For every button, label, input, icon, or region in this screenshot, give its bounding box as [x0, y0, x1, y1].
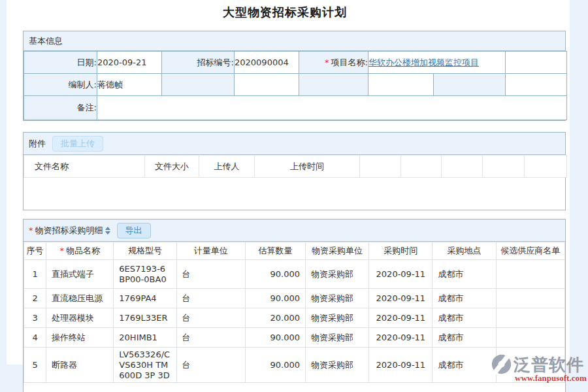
col-est-qty: 估算数量 [245, 242, 305, 260]
cell-model: 1769PA4 [114, 289, 176, 308]
attachments-header-row: 文件名称 文件大小 上传人 上传时间 [24, 155, 567, 178]
empty-label-cell [434, 74, 506, 96]
basic-info-section: 基本信息 日期: 2020-09-21 招标编号: 2020090004 *项目… [23, 31, 566, 121]
cell-item-name: 断路器 [46, 348, 114, 383]
form-row-remark: 备注: [24, 96, 567, 120]
attachments-empty-header-cell [401, 155, 442, 178]
empty-form-cell [506, 52, 567, 74]
detail-row: 2 直流稳压电源 1769PA4 台 90.000 物资采购部 2020-09-… [24, 289, 565, 308]
cell-seq: 2 [24, 289, 46, 308]
col-model: 规格型号 [114, 242, 176, 260]
cell-item-name: 直流稳压电源 [46, 289, 114, 308]
basic-info-form: 日期: 2020-09-21 招标编号: 2020090004 *项目名称: 华… [24, 51, 567, 120]
project-name-link[interactable]: 华软办公楼增加视频监控项目 [368, 57, 479, 67]
col-purchase-place: 采购地点 [433, 242, 496, 260]
brand-watermark: 泛普软件 www.fanpusoft.com [491, 353, 588, 384]
cell-suppliers [496, 289, 564, 308]
col-upload-time: 上传时间 [255, 155, 360, 178]
col-file-name: 文件名称 [24, 155, 145, 178]
cell-time: 2020-09-11 [369, 260, 433, 289]
attachments-section-title: 附件 [29, 138, 46, 150]
compiler-value: 蒋德帧 [97, 74, 162, 96]
cell-unit: 台 [176, 289, 245, 308]
cell-qty: 90.000 [245, 348, 305, 383]
cell-seq: 4 [24, 328, 46, 348]
cell-place: 成都市 [433, 328, 496, 348]
sort-down-arrow-icon [105, 231, 110, 235]
attachments-empty-header-cell [525, 155, 567, 178]
detail-section-header: * 物资招标采购明细 导出 [24, 220, 565, 242]
col-purchase-time: 采购时间 [369, 242, 433, 260]
compiler-label: 编制人: [24, 74, 97, 96]
col-uploader: 上传人 [199, 155, 255, 178]
cell-qty: 90.000 [245, 328, 305, 348]
cell-model: 1769L33ER [114, 308, 176, 328]
cell-item-name: 操作终站 [46, 328, 114, 348]
detail-section-title: 物资招标采购明细 [35, 225, 103, 237]
basic-info-section-header: 基本信息 [24, 31, 565, 51]
cell-model: 20HIMB1 [114, 328, 176, 348]
cell-purchase-unit: 物资采购部 [306, 308, 369, 328]
project-name-label-text: 项目名称: [331, 57, 368, 67]
detail-section: * 物资招标采购明细 导出 序号 *物品名称 规格型号 计量单位 估算数量 物资… [23, 219, 566, 392]
cell-suppliers [496, 328, 564, 348]
date-label: 日期: [24, 52, 97, 74]
detail-header-row: 序号 *物品名称 规格型号 计量单位 估算数量 物资采购单位 采购时间 采购地点… [24, 242, 565, 260]
remark-label: 备注: [24, 96, 97, 120]
batch-upload-button[interactable]: 批量上传 [52, 136, 103, 152]
form-row-2: 编制人: 蒋德帧 [24, 74, 567, 96]
cell-seq: 5 [24, 348, 46, 383]
cell-suppliers [496, 308, 564, 328]
empty-form-cell [506, 74, 567, 96]
bid-no-label: 招标编号: [162, 52, 235, 74]
col-item-name: *物品名称 [46, 242, 114, 260]
export-button[interactable]: 导出 [117, 223, 151, 238]
cell-qty: 20.000 [245, 308, 305, 328]
sort-up-arrow-icon [105, 227, 110, 230]
remark-value [97, 96, 567, 120]
attachments-empty-header-cell [442, 155, 483, 178]
cell-place: 成都市 [433, 348, 496, 383]
bid-no-value: 2020090004 [235, 52, 299, 74]
col-purchase-unit: 物资采购单位 [306, 242, 369, 260]
attachments-empty-body [24, 178, 565, 210]
cell-unit: 台 [176, 308, 245, 328]
attachments-section: 附件 批量上传 文件名称 文件大小 上传人 上传时间 [23, 132, 566, 210]
empty-form-cell [368, 74, 434, 96]
cell-place: 成都市 [433, 308, 496, 328]
cell-qty: 90.000 [245, 289, 305, 308]
cell-purchase-unit: 物资采购部 [306, 289, 369, 308]
cell-time: 2020-09-11 [369, 348, 433, 383]
required-asterisk: * [59, 246, 64, 255]
detail-row: 4 操作终站 20HIMB1 台 90.000 物资采购部 2020-09-11… [24, 328, 565, 348]
cell-purchase-unit: 物资采购部 [306, 348, 369, 383]
cell-time: 2020-09-11 [369, 308, 433, 328]
project-name-cell: 华软办公楼增加视频监控项目 [368, 52, 506, 74]
col-candidate-suppliers: 候选供应商名单 [496, 242, 564, 260]
cell-time: 2020-09-11 [369, 289, 433, 308]
empty-label-cell [162, 74, 235, 96]
cell-model: LV563326/CVS630H TM600D 3P 3D [114, 348, 176, 383]
cell-unit: 台 [176, 260, 245, 289]
col-file-size: 文件大小 [145, 155, 199, 178]
project-name-label: *项目名称: [299, 52, 368, 74]
date-value: 2020-09-21 [97, 52, 162, 74]
cell-model: 6ES7193-6BP00-0BA0 [114, 260, 176, 289]
empty-form-cell [235, 74, 299, 96]
detail-table: 序号 *物品名称 规格型号 计量单位 估算数量 物资采购单位 采购时间 采购地点… [24, 242, 565, 383]
cell-place: 成都市 [433, 289, 496, 308]
detail-row: 5 断路器 LV563326/CVS630H TM600D 3P 3D 台 90… [24, 348, 565, 383]
cell-seq: 1 [24, 260, 46, 289]
attachments-empty-header-cell [483, 155, 525, 178]
cell-item-name: 处理器模块 [46, 308, 114, 328]
form-row-1: 日期: 2020-09-21 招标编号: 2020090004 *项目名称: 华… [24, 52, 567, 74]
sort-updown-icon[interactable] [105, 227, 110, 235]
required-asterisk: * [325, 57, 329, 67]
cell-time: 2020-09-11 [369, 328, 433, 348]
required-asterisk: * [29, 225, 33, 235]
col-seq: 序号 [24, 242, 46, 260]
cell-unit: 台 [176, 328, 245, 348]
empty-label-cell [299, 74, 368, 96]
detail-row: 3 处理器模块 1769L33ER 台 20.000 物资采购部 2020-09… [24, 308, 565, 328]
cell-purchase-unit: 物资采购部 [306, 260, 369, 289]
